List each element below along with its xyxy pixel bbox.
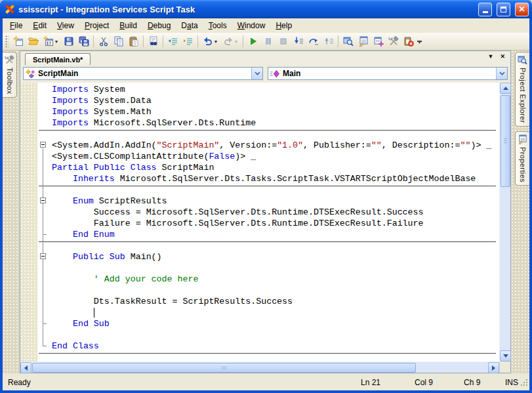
maximize-button[interactable] <box>497 3 510 16</box>
code-line[interactable]: Failure = Microsoft.SqlServer.Dts.Runtim… <box>52 218 424 229</box>
cut-button[interactable] <box>96 34 111 49</box>
undo-button[interactable]: ▼ <box>200 34 220 49</box>
document-tab-label: ScriptMain.vb* <box>33 56 83 64</box>
properties-tab-label: Properties <box>519 147 527 182</box>
code-line[interactable]: <System.AddIn.AddIn("ScriptMain", Versio… <box>52 140 491 151</box>
code-line[interactable]: Public Sub Main() <box>52 251 162 262</box>
code-line[interactable]: ' Add your code here <box>52 274 198 285</box>
document-tab[interactable]: ScriptMain.vb* <box>25 53 91 65</box>
project-explorer-tab[interactable]: Project Explorer <box>515 52 529 127</box>
code-line[interactable]: End Class <box>52 341 99 352</box>
scroll-left-button[interactable] <box>20 362 31 373</box>
outline-end-tick <box>43 234 47 235</box>
decrease-indent-icon <box>168 36 178 47</box>
types-dropdown[interactable]: ScriptMain <box>23 67 263 80</box>
scroll-down-button[interactable] <box>500 350 511 362</box>
menu-item-project[interactable]: Project <box>79 19 114 32</box>
find-button[interactable] <box>146 34 161 49</box>
step-into-button[interactable] <box>291 34 306 49</box>
close-icon: ✕ <box>518 5 525 13</box>
menu-item-view[interactable]: View <box>52 19 79 32</box>
code-line[interactable]: End Enum <box>52 229 115 240</box>
collapse-region-toggle[interactable] <box>40 253 46 259</box>
start-debug-button[interactable] <box>245 34 260 49</box>
menu-item-build[interactable]: Build <box>114 19 142 32</box>
save-button[interactable] <box>61 34 76 49</box>
status-text: Ready <box>8 378 31 387</box>
menu-item-help[interactable]: Help <box>270 19 297 32</box>
step-out-button[interactable] <box>321 34 336 49</box>
add-item-button[interactable]: ▼ <box>41 34 61 49</box>
menu-item-data[interactable]: Data <box>176 19 203 32</box>
document-close-button[interactable]: ✕ <box>500 54 505 60</box>
document-list-button[interactable]: ▼ <box>488 54 494 60</box>
dropdown-button[interactable] <box>251 68 262 79</box>
scroll-up-button[interactable] <box>500 83 511 94</box>
document-well: ScriptMain.vb* ▼ ✕ ScriptMain Main <box>20 51 511 373</box>
code-line[interactable]: Imports System.Math <box>52 106 152 117</box>
code-line[interactable]: Inherits Microsoft.SqlServer.Dts.Tasks.S… <box>52 173 476 184</box>
stop-debug-button[interactable] <box>276 34 291 49</box>
toolbox-tab[interactable]: Toolbox <box>3 52 17 98</box>
menu-item-window[interactable]: Window <box>232 19 271 32</box>
add-object-button[interactable] <box>371 34 386 49</box>
code-line[interactable]: Imports System.Data <box>52 95 152 106</box>
properties-icon <box>518 134 527 144</box>
resize-grip[interactable] <box>520 378 529 387</box>
menu-item-edit[interactable]: Edit <box>28 19 52 32</box>
horizontal-scroll-thumb[interactable] <box>32 363 416 373</box>
vertical-scrollbar[interactable] <box>499 83 510 362</box>
dropdown-arrow-icon: ▼ <box>214 39 218 44</box>
code-line[interactable]: Imports Microsoft.SqlServer.Dts.Runtime <box>52 117 256 129</box>
menu-item-debug[interactable]: Debug <box>142 19 176 32</box>
properties-window-button[interactable] <box>356 34 371 49</box>
code-line[interactable]: Dts.TaskResult = ScriptResults.Success <box>52 296 293 307</box>
code-line[interactable]: End Sub <box>52 318 110 329</box>
increase-indent-button[interactable] <box>180 34 195 49</box>
toolbox-icon <box>5 55 14 65</box>
status-column: Col 9 <box>415 378 433 387</box>
clipboard-error-button[interactable] <box>401 34 416 49</box>
dropdown-button[interactable] <box>496 68 507 79</box>
redo-icon <box>223 36 234 47</box>
document-tab-bar: ScriptMain.vb* ▼ ✕ <box>20 51 510 65</box>
toolbar-options-button[interactable]: ▬▼ <box>417 39 422 43</box>
toolbox-button[interactable] <box>386 34 401 49</box>
menu-item-tools[interactable]: Tools <box>203 19 232 32</box>
project-explorer-icon <box>518 55 527 65</box>
properties-tab[interactable]: Properties <box>515 131 529 186</box>
decrease-indent-button[interactable] <box>165 34 180 49</box>
paste-button[interactable] <box>126 34 141 49</box>
horizontal-scrollbar[interactable] <box>20 362 499 373</box>
project-explorer-button[interactable] <box>340 34 356 49</box>
vertical-scroll-thumb[interactable] <box>501 95 510 187</box>
collapse-region-toggle[interactable] <box>40 197 46 203</box>
save-all-button[interactable] <box>76 34 91 49</box>
break-all-button[interactable] <box>260 34 276 49</box>
toolbar-grip[interactable] <box>5 35 9 47</box>
close-button[interactable]: ✕ <box>515 3 529 16</box>
code-editor[interactable]: Imports SystemImports System.DataImports… <box>37 83 499 362</box>
minimize-button[interactable] <box>478 3 492 16</box>
open-file-button[interactable] <box>26 34 41 49</box>
collapse-region-toggle[interactable] <box>40 142 46 148</box>
code-line[interactable]: Enum ScriptResults <box>52 196 167 207</box>
redo-button[interactable]: ▼ <box>220 34 241 49</box>
dropdown-arrow-icon: ▼ <box>234 39 239 44</box>
toolbar-separator <box>143 35 144 47</box>
text-caret <box>94 308 95 318</box>
members-dropdown[interactable]: Main <box>268 67 508 80</box>
scroll-right-button[interactable] <box>488 362 499 373</box>
dropdown-arrow-icon: ▼ <box>54 39 59 44</box>
code-line[interactable]: <System.CLSCompliantAttribute(False)> _ <box>52 151 256 162</box>
code-line[interactable]: Imports System <box>52 84 125 95</box>
step-over-button[interactable] <box>306 34 321 49</box>
code-line[interactable]: Success = Microsoft.SqlServer.Dts.Runtim… <box>52 207 424 218</box>
application-window: ssisscript - Integration Services Script… <box>0 0 532 393</box>
add-new-item-button[interactable] <box>10 34 26 49</box>
code-line[interactable]: Partial Public Class ScriptMain <box>52 162 214 173</box>
copy-button[interactable] <box>111 34 126 49</box>
window-title: ssisscript - Integration Services Script… <box>18 5 474 14</box>
toolbar-separator <box>93 35 94 47</box>
menu-item-file[interactable]: File <box>5 19 28 32</box>
